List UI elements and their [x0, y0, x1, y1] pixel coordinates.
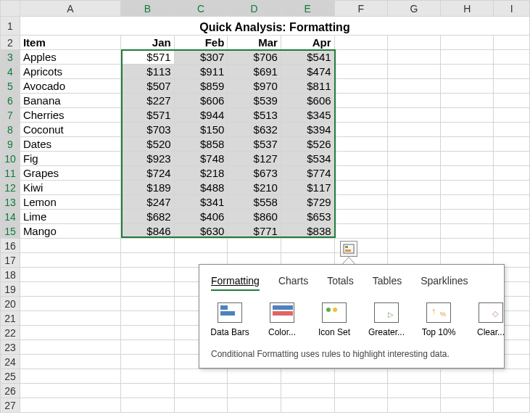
empty-cell[interactable] [494, 94, 530, 108]
empty-cell[interactable] [20, 282, 120, 297]
empty-cell[interactable] [441, 50, 494, 65]
data-cell[interactable]: $537 [228, 137, 281, 152]
data-cell[interactable]: $520 [121, 137, 175, 152]
empty-cell[interactable] [121, 340, 175, 355]
empty-cell[interactable] [441, 137, 494, 152]
empty-cell[interactable] [121, 268, 175, 282]
empty-cell[interactable] [494, 166, 530, 181]
data-cell[interactable]: $150 [174, 123, 228, 137]
data-cell[interactable]: $859 [174, 79, 228, 94]
row-header-14[interactable]: 14 [1, 210, 20, 224]
empty-cell[interactable] [494, 36, 530, 50]
empty-cell[interactable] [334, 36, 387, 50]
empty-cell[interactable] [20, 398, 120, 413]
col-header-G[interactable]: G [387, 1, 440, 17]
empty-cell[interactable] [441, 398, 494, 413]
empty-cell[interactable] [494, 398, 530, 413]
empty-cell[interactable] [334, 79, 387, 94]
empty-cell[interactable] [441, 210, 494, 224]
data-cell[interactable]: $507 [121, 79, 175, 94]
empty-cell[interactable] [20, 311, 120, 326]
item-name[interactable]: Mango [20, 224, 120, 239]
empty-cell[interactable] [494, 210, 530, 224]
empty-cell[interactable] [494, 195, 530, 210]
row-header-3[interactable]: 3 [1, 50, 20, 65]
data-cell[interactable]: $923 [121, 152, 175, 166]
col-header-B[interactable]: B [121, 1, 175, 17]
item-name[interactable]: Apples [20, 50, 120, 65]
row-header-23[interactable]: 23 [1, 340, 20, 355]
data-cell[interactable]: $911 [174, 65, 228, 79]
data-cell[interactable]: $811 [281, 79, 334, 94]
empty-cell[interactable] [441, 384, 494, 398]
empty-cell[interactable] [441, 166, 494, 181]
item-name[interactable]: Lemon [20, 195, 120, 210]
row-header-6[interactable]: 6 [1, 94, 20, 108]
item-name[interactable]: Kiwi [20, 181, 120, 195]
empty-cell[interactable] [494, 108, 530, 123]
empty-cell[interactable] [494, 65, 530, 79]
data-cell[interactable]: $488 [174, 181, 228, 195]
empty-cell[interactable] [387, 166, 440, 181]
empty-cell[interactable] [441, 369, 494, 384]
data-cell[interactable]: $210 [228, 181, 281, 195]
quick-analysis-button[interactable] [340, 241, 357, 257]
empty-cell[interactable] [441, 224, 494, 239]
data-cell[interactable]: $541 [281, 50, 334, 65]
data-cell[interactable]: $703 [121, 123, 175, 137]
data-cell[interactable]: $729 [281, 195, 334, 210]
data-cell[interactable]: $406 [174, 210, 228, 224]
row-header-5[interactable]: 5 [1, 79, 20, 94]
tab-tables[interactable]: Tables [373, 275, 402, 291]
row-header-17[interactable]: 17 [1, 253, 20, 268]
empty-cell[interactable] [387, 137, 440, 152]
row-header-19[interactable]: 19 [1, 282, 20, 297]
col-header-D[interactable]: D [228, 1, 281, 17]
data-cell[interactable]: $345 [281, 108, 334, 123]
option-bars[interactable]: Data Bars [211, 302, 249, 337]
empty-cell[interactable] [494, 137, 530, 152]
row-header-10[interactable]: 10 [1, 152, 20, 166]
row-header-4[interactable]: 4 [1, 65, 20, 79]
empty-cell[interactable] [281, 384, 334, 398]
empty-cell[interactable] [494, 79, 530, 94]
empty-cell[interactable] [441, 152, 494, 166]
empty-cell[interactable] [334, 398, 387, 413]
item-name[interactable]: Apricots [20, 65, 120, 79]
col-header-A[interactable]: A [20, 1, 120, 17]
empty-cell[interactable] [441, 195, 494, 210]
empty-cell[interactable] [334, 369, 387, 384]
data-cell[interactable]: $307 [174, 50, 228, 65]
empty-cell[interactable] [20, 369, 120, 384]
empty-cell[interactable] [121, 355, 175, 369]
empty-cell[interactable] [441, 108, 494, 123]
empty-cell[interactable] [20, 340, 120, 355]
item-name[interactable]: Coconut [20, 123, 120, 137]
data-cell[interactable]: $227 [121, 94, 175, 108]
empty-cell[interactable] [334, 50, 387, 65]
header-month-2[interactable]: Mar [228, 36, 281, 50]
row-header-13[interactable]: 13 [1, 195, 20, 210]
empty-cell[interactable] [387, 210, 440, 224]
empty-cell[interactable] [387, 239, 440, 253]
row-header-25[interactable]: 25 [1, 369, 20, 384]
empty-cell[interactable] [494, 384, 530, 398]
empty-cell[interactable] [174, 384, 228, 398]
empty-cell[interactable] [387, 79, 440, 94]
item-name[interactable]: Cherries [20, 108, 120, 123]
empty-cell[interactable] [334, 195, 387, 210]
data-cell[interactable]: $513 [228, 108, 281, 123]
empty-cell[interactable] [121, 297, 175, 311]
row-header-18[interactable]: 18 [1, 268, 20, 282]
empty-cell[interactable] [441, 123, 494, 137]
data-cell[interactable]: $653 [281, 210, 334, 224]
data-cell[interactable]: $706 [228, 50, 281, 65]
data-cell[interactable]: $474 [281, 65, 334, 79]
empty-cell[interactable] [121, 369, 175, 384]
empty-cell[interactable] [121, 384, 175, 398]
empty-cell[interactable] [281, 398, 334, 413]
data-cell[interactable]: $860 [228, 210, 281, 224]
empty-cell[interactable] [334, 108, 387, 123]
empty-cell[interactable] [228, 398, 281, 413]
empty-cell[interactable] [20, 239, 120, 253]
